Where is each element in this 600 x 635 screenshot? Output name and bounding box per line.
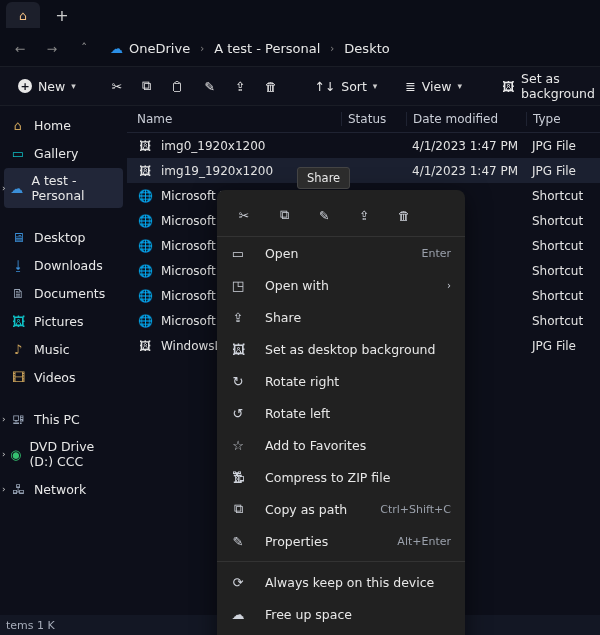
sidebar-item-thispc[interactable]: › 🖳 This PC (4, 406, 123, 432)
ctx-item[interactable]: ⟳Always keep on this device (217, 566, 465, 598)
plus-icon: + (18, 79, 32, 93)
rename-icon: ✎ (319, 208, 329, 223)
openwith-icon: ◳ (229, 276, 247, 294)
file-type: JPG File (526, 139, 596, 153)
edge-icon: 🌐 (137, 313, 153, 329)
breadcrumb-item[interactable]: Deskto (344, 41, 389, 56)
edge-icon: 🌐 (137, 213, 153, 229)
ctx-copy-button[interactable]: ⧉ (267, 200, 301, 230)
chevron-right-icon: › (447, 280, 451, 291)
file-type: Shortcut (526, 189, 596, 203)
table-row[interactable]: 🖼︎img0_1920x12004/1/2023 1:47 PMJPG File (127, 133, 600, 158)
ctx-item[interactable]: ▭OpenEnter (217, 237, 465, 269)
file-type: Shortcut (526, 239, 596, 253)
ctx-item[interactable]: ↺Rotate left (217, 397, 465, 429)
paste-button[interactable]: 📋︎ (165, 72, 190, 100)
wallpaper-icon: 🖼︎ (229, 340, 247, 358)
breadcrumb-item[interactable]: A test - Personal (214, 41, 320, 56)
chevron-right-icon: › (330, 43, 334, 54)
ctx-item[interactable]: ⇪Share (217, 301, 465, 333)
ctx-cut-button[interactable]: ✂ (227, 200, 261, 230)
sidebar-item-network[interactable]: › 🖧 Network (4, 476, 123, 502)
sidebar-item-music[interactable]: ♪ Music (4, 336, 123, 362)
back-button[interactable]: ← (6, 34, 34, 62)
rename-button[interactable]: ✎ (198, 72, 220, 100)
file-type: Shortcut (526, 289, 596, 303)
ctx-hint: Ctrl+Shift+C (380, 503, 451, 516)
image-file-icon: 🖼︎ (137, 138, 153, 154)
toolbar: + New ▾ ✂ ⧉ 📋︎ ✎ ⇪ 🗑︎ ↑↓ Sort ▾ ≣ View ▾… (0, 66, 600, 106)
file-type: Shortcut (526, 214, 596, 228)
sidebar-item-documents[interactable]: 🗎 Documents (4, 280, 123, 306)
sidebar-item-onedrive[interactable]: › ☁ A test - Personal (4, 168, 123, 208)
breadcrumb-item[interactable]: ☁ OneDrive (110, 41, 190, 56)
file-type: JPG File (526, 164, 596, 178)
status-text: tems 1 K (6, 619, 55, 632)
file-name: img0_1920x1200 (161, 139, 265, 153)
sidebar-item-label: Documents (34, 286, 105, 301)
paste-icon: 📋︎ (171, 79, 184, 94)
file-type: JPG File (526, 339, 596, 353)
view-icon: ≣ (405, 79, 415, 94)
ctx-label: Rotate right (265, 374, 443, 389)
dvd-icon: ◉ (10, 446, 21, 462)
chevron-right-icon: › (200, 43, 204, 54)
sidebar-item-dvd[interactable]: › ◉ DVD Drive (D:) CCC (4, 434, 123, 474)
sidebar-item-downloads[interactable]: ⭳ Downloads (4, 252, 123, 278)
sort-icon: ↑↓ (314, 79, 335, 94)
gallery-icon: ▭ (10, 145, 26, 161)
ctx-item[interactable]: 🗜︎Compress to ZIP file (217, 461, 465, 493)
col-type[interactable]: Type (526, 112, 596, 126)
col-modified[interactable]: Date modified (406, 112, 526, 126)
new-tab-button[interactable]: + (48, 6, 76, 25)
sidebar-item-label: Downloads (34, 258, 103, 273)
delete-button[interactable]: 🗑︎ (259, 72, 284, 100)
ctx-share-button[interactable]: ⇪ (347, 200, 381, 230)
active-tab[interactable]: ⌂ (6, 2, 40, 28)
star-icon: ☆ (229, 436, 247, 454)
ctx-item[interactable]: ⧉Copy as pathCtrl+Shift+C (217, 493, 465, 525)
ctx-item[interactable]: ☆Add to Favorites (217, 429, 465, 461)
ctx-item[interactable]: ✎PropertiesAlt+Enter (217, 525, 465, 557)
forward-button[interactable]: → (38, 34, 66, 62)
home-icon: ⌂ (19, 8, 27, 23)
ctx-item[interactable]: ☁OneDrive› (217, 630, 465, 635)
ctx-item[interactable]: ◳Open with› (217, 269, 465, 301)
set-background-button[interactable]: 🖼︎ Set as background (492, 72, 600, 100)
chevron-right-icon: › (2, 484, 6, 494)
sidebar-item-gallery[interactable]: ▭ Gallery (4, 140, 123, 166)
view-button[interactable]: ≣ View ▾ (395, 72, 472, 100)
sidebar-item-label: Pictures (34, 314, 84, 329)
col-name[interactable]: Name (131, 112, 341, 126)
sidebar-item-videos[interactable]: 🎞︎ Videos (4, 364, 123, 390)
network-icon: 🖧 (10, 481, 26, 497)
arrow-right-icon: → (47, 41, 57, 56)
col-status[interactable]: Status (341, 112, 406, 126)
background-label: Set as background (521, 71, 595, 101)
cut-button[interactable]: ✂ (106, 72, 128, 100)
table-row[interactable]: 🖼︎img19_1920x12004/1/2023 1:47 PMJPG Fil… (127, 158, 600, 183)
chevron-down-icon: ▾ (71, 81, 76, 91)
new-button[interactable]: + New ▾ (8, 72, 86, 100)
chevron-right-icon: › (2, 414, 6, 424)
copy-icon: ⧉ (280, 207, 289, 223)
ctx-delete-button[interactable]: 🗑︎ (387, 200, 421, 230)
videos-icon: 🎞︎ (10, 369, 26, 385)
copy-button[interactable]: ⧉ (136, 72, 157, 100)
up-button[interactable]: ˆ (70, 34, 98, 62)
breadcrumb-label: Deskto (344, 41, 389, 56)
ctx-item[interactable]: ↻Rotate right (217, 365, 465, 397)
sidebar-item-home[interactable]: ⌂ Home (4, 112, 123, 138)
file-modified: 4/1/2023 1:47 PM (406, 139, 526, 153)
chevron-right-icon: › (2, 183, 6, 193)
ctx-label: Open (265, 246, 413, 261)
ctx-rename-button[interactable]: ✎ (307, 200, 341, 230)
sidebar-item-pictures[interactable]: 🖼︎ Pictures (4, 308, 123, 334)
breadcrumb-label: A test - Personal (214, 41, 320, 56)
ctx-item[interactable]: 🖼︎Set as desktop background (217, 333, 465, 365)
ctx-item[interactable]: ☁Free up space (217, 598, 465, 630)
sidebar-item-desktop[interactable]: 🖥︎ Desktop (4, 224, 123, 250)
sort-button[interactable]: ↑↓ Sort ▾ (304, 72, 387, 100)
ctx-label: Copy as path (265, 502, 372, 517)
share-button[interactable]: ⇪ (229, 72, 251, 100)
